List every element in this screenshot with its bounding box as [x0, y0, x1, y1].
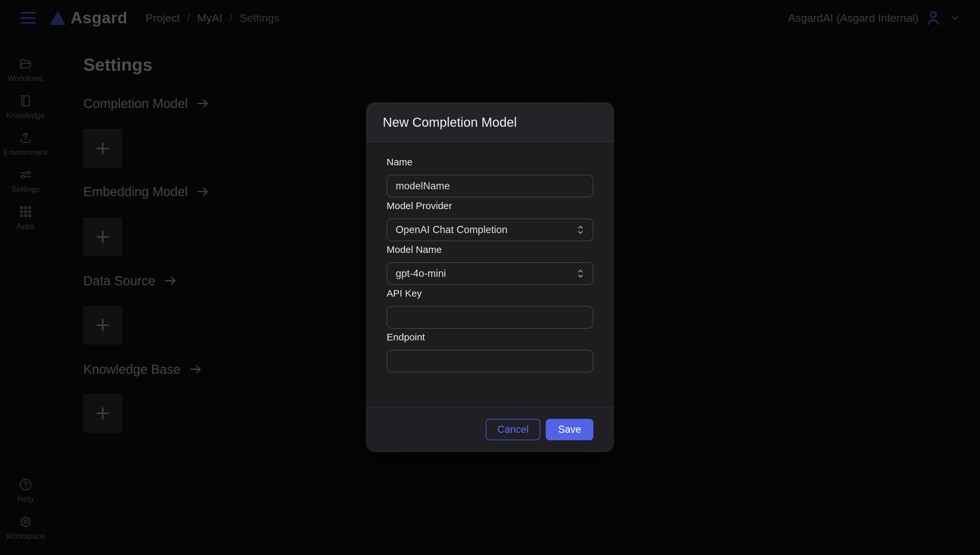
field-model-provider: Model Provider OpenAI Chat Completion [387, 201, 593, 241]
field-label: Endpoint [387, 332, 593, 343]
field-label: Model Name [387, 244, 593, 255]
field-endpoint: Endpoint [387, 332, 593, 372]
select-chevrons-icon [575, 266, 586, 281]
dialog-header: New Completion Model [367, 103, 613, 142]
new-completion-model-dialog: New Completion Model Name Model Provider… [366, 103, 614, 452]
field-model-name: Model Name gpt-4o-mini [387, 244, 593, 285]
dialog-title: New Completion Model [383, 115, 517, 130]
field-label: API Key [387, 288, 593, 299]
field-name: Name [387, 157, 593, 197]
field-api-key: API Key [387, 288, 593, 329]
endpoint-input[interactable] [387, 350, 593, 372]
select-chevrons-icon [575, 223, 586, 237]
dialog-footer: Cancel Save [367, 407, 613, 452]
save-button[interactable]: Save [546, 419, 593, 440]
model-provider-select[interactable]: OpenAI Chat Completion [387, 218, 593, 241]
api-key-input[interactable] [387, 306, 593, 329]
selected-value: OpenAI Chat Completion [396, 224, 508, 236]
cancel-button[interactable]: Cancel [486, 419, 541, 440]
name-input[interactable] [387, 175, 593, 197]
dialog-body: Name Model Provider OpenAI Chat Completi… [367, 142, 613, 407]
selected-value: gpt-4o-mini [396, 268, 446, 279]
model-name-select[interactable]: gpt-4o-mini [387, 262, 593, 285]
field-label: Model Provider [387, 201, 593, 212]
field-label: Name [387, 157, 593, 168]
